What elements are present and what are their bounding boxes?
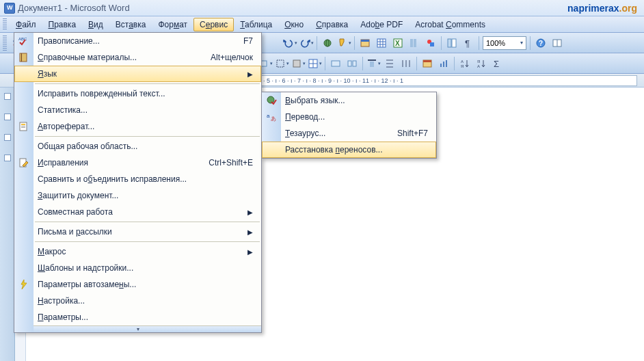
sort-asc-icon[interactable]: АЯ (457, 56, 472, 71)
menu-fix-broken-text[interactable]: Исправить поврежденный текст... (14, 85, 261, 102)
border-dd-icon[interactable]: ▾ (274, 56, 289, 71)
left-strip (0, 88, 15, 361)
bolt-icon (18, 279, 29, 290)
menu-spelling[interactable]: ABC Правописание... F7 (14, 33, 261, 49)
menu-edit[interactable]: Правка (42, 18, 83, 31)
svg-rect-44 (440, 64, 442, 67)
svg-rect-7 (377, 39, 386, 47)
window-title: Документ1 - Microsoft Word (18, 3, 130, 13)
track-changes-icon (18, 157, 29, 168)
submenu-arrow-icon: ▶ (231, 70, 253, 78)
menu-acrobat-comments[interactable]: Acrobat Comments (409, 18, 492, 31)
menu-expand-chevron[interactable] (14, 325, 261, 332)
menu-options[interactable]: Параметры... (14, 309, 261, 325)
menu-compare-merge[interactable]: Сравнить и объединить исправления... (14, 171, 261, 187)
sort-desc-icon[interactable]: ЯА (474, 56, 489, 71)
svg-rect-43 (423, 60, 431, 62)
redo-icon[interactable]: ▾ (299, 36, 314, 51)
autoformat-icon[interactable] (420, 56, 435, 71)
menu-help[interactable]: Справка (310, 18, 354, 31)
shading-dd-icon[interactable]: ▾ (291, 56, 306, 71)
spellcheck-icon: ABC (18, 36, 29, 46)
svg-rect-57 (21, 126, 25, 126)
menu-view[interactable]: Вид (82, 18, 109, 31)
marker-icon (4, 134, 11, 141)
watermark: naprimerax.org (567, 3, 637, 14)
menu-tools[interactable]: Сервис (193, 18, 234, 31)
menu-table[interactable]: Таблица (234, 18, 278, 31)
svg-text:А: А (461, 59, 464, 64)
chart-icon[interactable] (436, 56, 451, 71)
translate-icon: aあ (266, 111, 277, 122)
autoref-icon (18, 121, 29, 132)
menu-autocorrect[interactable]: Параметры автозамены... (14, 276, 261, 293)
svg-rect-33 (353, 61, 356, 66)
split-cells-icon[interactable] (345, 56, 360, 71)
menu-online-collab[interactable]: Совместная работа ▶ (14, 204, 261, 220)
svg-rect-6 (361, 40, 369, 42)
menu-track-changes[interactable]: Исправления Ctrl+Shift+E (14, 155, 261, 171)
svg-rect-58 (21, 127, 25, 128)
svg-text:あ: あ (271, 116, 276, 122)
insert-table-icon[interactable] (374, 36, 389, 51)
undo-icon[interactable]: ▾ (282, 36, 297, 51)
menu-auto-summary[interactable]: Автореферат... (14, 118, 261, 135)
columns-icon[interactable] (407, 36, 422, 51)
marker-icon (4, 113, 11, 120)
menu-macro[interactable]: Макрос ▶ (14, 243, 261, 260)
menubar-grip[interactable] (3, 18, 7, 31)
insert-table-dd-icon[interactable]: ▾ (307, 56, 322, 71)
menu-customize[interactable]: Настройка... (14, 293, 261, 309)
read-mode-icon[interactable] (550, 36, 565, 51)
menu-word-count[interactable]: Статистика... (14, 102, 261, 118)
svg-text:Я: Я (461, 64, 464, 68)
menu-insert[interactable]: Вставка (109, 18, 152, 31)
title-bar: Документ1 - Microsoft Word (0, 0, 644, 16)
globe-check-icon (266, 95, 277, 106)
toolbar-grip[interactable] (3, 36, 7, 51)
help-icon[interactable]: ? (533, 36, 548, 51)
menu-window[interactable]: Окно (278, 18, 310, 31)
menu-thesaurus[interactable]: Тезаурус... Shift+F7 (262, 125, 436, 142)
merge-cells-icon[interactable] (328, 56, 343, 71)
doc-map-icon[interactable] (444, 36, 459, 51)
distribute-cols-icon[interactable] (399, 56, 414, 71)
align-top-icon[interactable]: ▾ (366, 56, 381, 71)
tables-borders-icon[interactable] (358, 36, 373, 51)
hyperlink-icon[interactable] (320, 36, 335, 51)
menu-adobe-pdf[interactable]: Adobe PDF (354, 18, 409, 31)
submenu-arrow-icon: ▶ (231, 228, 253, 236)
book-icon (18, 52, 29, 63)
zoom-combo[interactable]: 100%▾ (483, 36, 526, 50)
submenu-arrow-icon: ▶ (231, 248, 253, 256)
menu-shared-workspace[interactable]: Общая рабочая область... (14, 138, 261, 155)
menu-set-language[interactable]: Выбрать язык... (262, 92, 436, 109)
svg-text:Я: Я (477, 59, 480, 64)
paragraph-mark-icon[interactable]: ¶ (461, 36, 476, 51)
menu-translate[interactable]: aあ Перевод... (262, 109, 436, 125)
svg-rect-46 (446, 60, 447, 67)
svg-text:?: ? (539, 40, 543, 47)
menu-file[interactable]: Файл (10, 18, 42, 31)
menu-mailings[interactable]: Письма и рассылки ▶ (14, 224, 261, 240)
menu-research[interactable]: Справочные материалы... Alt+щелчок (14, 49, 261, 66)
svg-text:¶: ¶ (465, 38, 470, 49)
svg-text:a: a (267, 113, 270, 119)
submenu-arrow-icon: ▶ (231, 209, 253, 216)
svg-rect-54 (21, 53, 22, 62)
menu-language[interactable]: Язык ▶ (14, 66, 261, 82)
svg-rect-17 (430, 42, 434, 46)
autosum-icon[interactable]: Σ (490, 56, 505, 71)
menu-templates[interactable]: Шаблоны и надстройки... (14, 260, 261, 276)
distribute-rows-icon[interactable] (382, 56, 397, 71)
menu-protect-doc[interactable]: Защитить документ... (14, 187, 261, 204)
svg-rect-35 (370, 62, 374, 67)
horizontal-ruler[interactable]: · 5 · ı · 6 · ı · 7 · ı · 8 · ı · 9 · ı … (261, 75, 637, 86)
drawing-icon[interactable] (423, 36, 438, 51)
menu-hyphenation[interactable]: Расстановка переносов... (262, 142, 436, 158)
tools-menu: ABC Правописание... F7 Справочные матери… (14, 32, 262, 333)
format-painter-icon[interactable]: ▾ (336, 36, 351, 51)
excel-icon[interactable]: X (390, 36, 405, 51)
word-app-icon (4, 3, 15, 14)
menu-format[interactable]: Формат (152, 18, 193, 31)
